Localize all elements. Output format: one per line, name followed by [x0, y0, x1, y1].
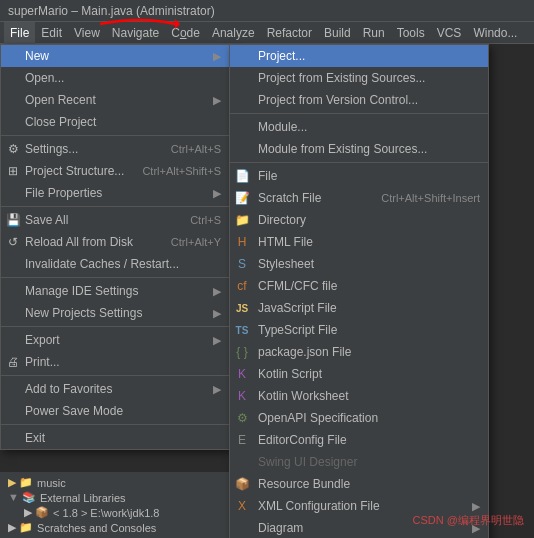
- watermark: CSDN @编程界明世隐: [413, 513, 524, 528]
- submenu-html[interactable]: H HTML File: [230, 231, 488, 253]
- arrow-xml: ▶: [472, 500, 480, 513]
- arrow-icon-props: ▶: [213, 187, 221, 200]
- project-tree: ▶ 📁 music ▼ 📚 External Libraries ▶ 📦 < 1…: [0, 472, 267, 538]
- submenu-kotlin-script[interactable]: K Kotlin Script: [230, 363, 488, 385]
- reload-icon: ↺: [5, 235, 21, 249]
- lib-icon: ▼ 📚: [8, 491, 36, 504]
- music-folder: ▶ 📁 music: [8, 476, 259, 489]
- editorconfig-icon: E: [234, 433, 250, 447]
- css-icon: S: [234, 257, 250, 271]
- arrow-icon-export: ▶: [213, 334, 221, 347]
- separator-3: [1, 277, 229, 278]
- submenu-swing[interactable]: Swing UI Designer: [230, 451, 488, 473]
- submenu-stylesheet[interactable]: S Stylesheet: [230, 253, 488, 275]
- arrow-icon-ide: ▶: [213, 285, 221, 298]
- submenu-editorconfig[interactable]: E EditorConfig File: [230, 429, 488, 451]
- arrow-icon-fav: ▶: [213, 383, 221, 396]
- menu-file[interactable]: File: [4, 22, 35, 44]
- settings-icon: ⚙: [5, 142, 21, 156]
- menu-item-add-favorites[interactable]: Add to Favorites ▶: [1, 378, 229, 400]
- separator-2: [1, 206, 229, 207]
- menu-item-open-recent[interactable]: Open Recent ▶: [1, 89, 229, 111]
- file-icon: 📄: [234, 169, 250, 183]
- submenu-kotlin-worksheet[interactable]: K Kotlin Worksheet: [230, 385, 488, 407]
- kotlin-ws-icon: K: [234, 389, 250, 403]
- submenu-cfml[interactable]: cf CFML/CFC file: [230, 275, 488, 297]
- menu-view[interactable]: View: [68, 22, 106, 44]
- submenu-sep-2: [230, 162, 488, 163]
- json-icon: { }: [234, 345, 250, 359]
- submenu-javascript[interactable]: JS JavaScript File: [230, 297, 488, 319]
- menu-item-save-all[interactable]: 💾 Save All Ctrl+S: [1, 209, 229, 231]
- arrow-icon-newproj: ▶: [213, 307, 221, 320]
- separator-4: [1, 326, 229, 327]
- title-text: superMario – Main.java (Administrator): [8, 4, 215, 18]
- submenu-project-existing[interactable]: Project from Existing Sources...: [230, 67, 488, 89]
- resource-icon: 📦: [234, 477, 250, 491]
- cfml-icon: cf: [234, 279, 250, 293]
- menu-item-close-project[interactable]: Close Project: [1, 111, 229, 133]
- scratches-icon: ▶ 📁: [8, 521, 33, 534]
- menu-run[interactable]: Run: [357, 22, 391, 44]
- print-icon: 🖨: [5, 355, 21, 369]
- menu-edit[interactable]: Edit: [35, 22, 68, 44]
- arrow-icon-recent: ▶: [213, 94, 221, 107]
- jdk-icon: ▶ 📦: [24, 506, 49, 519]
- xml-icon: X: [234, 499, 250, 513]
- save-icon: 💾: [5, 213, 21, 227]
- menu-item-new[interactable]: New ▶: [1, 45, 229, 67]
- submenu-module-existing[interactable]: Module from Existing Sources...: [230, 138, 488, 160]
- external-libraries: ▼ 📚 External Libraries: [8, 491, 259, 504]
- submenu-file[interactable]: 📄 File: [230, 165, 488, 187]
- submenu-openapi[interactable]: ⚙ OpenAPI Specification: [230, 407, 488, 429]
- openapi-icon: ⚙: [234, 411, 250, 425]
- submenu-project-vcs[interactable]: Project from Version Control...: [230, 89, 488, 111]
- menu-item-project-structure[interactable]: ⊞ Project Structure... Ctrl+Alt+Shift+S: [1, 160, 229, 182]
- scratch-icon: 📝: [234, 191, 250, 205]
- directory-icon: 📁: [234, 213, 250, 227]
- menu-item-power-save[interactable]: Power Save Mode: [1, 400, 229, 422]
- menu-refactor[interactable]: Refactor: [261, 22, 318, 44]
- menu-tools[interactable]: Tools: [391, 22, 431, 44]
- submenu-typescript[interactable]: TS TypeScript File: [230, 319, 488, 341]
- scratches-item: ▶ 📁 Scratches and Consoles: [8, 521, 259, 534]
- separator-1: [1, 135, 229, 136]
- submenu-scratch[interactable]: 📝 Scratch File Ctrl+Alt+Shift+Insert: [230, 187, 488, 209]
- file-menu: New ▶ Open... Open Recent ▶ Close Projec…: [0, 44, 230, 450]
- html-icon: H: [234, 235, 250, 249]
- submenu-sep-1: [230, 113, 488, 114]
- folder-icon: ▶ 📁: [8, 476, 33, 489]
- submenu-project[interactable]: Project...: [230, 45, 488, 67]
- title-bar: superMario – Main.java (Administrator): [0, 0, 534, 22]
- menu-bar: File Edit View Navigate Code Analyze Ref…: [0, 22, 534, 44]
- menu-item-open[interactable]: Open...: [1, 67, 229, 89]
- menu-build[interactable]: Build: [318, 22, 357, 44]
- menu-item-file-properties[interactable]: File Properties ▶: [1, 182, 229, 204]
- dropdown-overlay: New ▶ Open... Open Recent ▶ Close Projec…: [0, 44, 534, 538]
- arrow-icon: ▶: [213, 50, 221, 63]
- menu-analyze[interactable]: Analyze: [206, 22, 261, 44]
- submenu-resource-bundle[interactable]: 📦 Resource Bundle: [230, 473, 488, 495]
- project-structure-icon: ⊞: [5, 164, 21, 178]
- new-submenu: Project... Project from Existing Sources…: [229, 44, 489, 538]
- menu-item-settings[interactable]: ⚙ Settings... Ctrl+Alt+S: [1, 138, 229, 160]
- menu-vcs[interactable]: VCS: [431, 22, 468, 44]
- menu-item-invalidate[interactable]: Invalidate Caches / Restart...: [1, 253, 229, 275]
- menu-item-print[interactable]: 🖨 Print...: [1, 351, 229, 373]
- menu-item-reload[interactable]: ↺ Reload All from Disk Ctrl+Alt+Y: [1, 231, 229, 253]
- ts-icon: TS: [234, 325, 250, 336]
- kotlin-icon: K: [234, 367, 250, 381]
- menu-code[interactable]: Code: [165, 22, 206, 44]
- menu-window[interactable]: Windo...: [467, 22, 523, 44]
- menu-item-export[interactable]: Export ▶: [1, 329, 229, 351]
- menu-item-manage-ide[interactable]: Manage IDE Settings ▶: [1, 280, 229, 302]
- menu-item-new-project-settings[interactable]: New Projects Settings ▶: [1, 302, 229, 324]
- jdk-item: ▶ 📦 < 1.8 > E:\work\jdk1.8: [8, 506, 259, 519]
- submenu-directory[interactable]: 📁 Directory: [230, 209, 488, 231]
- submenu-package-json[interactable]: { } package.json File: [230, 341, 488, 363]
- separator-6: [1, 424, 229, 425]
- menu-navigate[interactable]: Navigate: [106, 22, 165, 44]
- submenu-module[interactable]: Module...: [230, 116, 488, 138]
- menu-item-exit[interactable]: Exit: [1, 427, 229, 449]
- separator-5: [1, 375, 229, 376]
